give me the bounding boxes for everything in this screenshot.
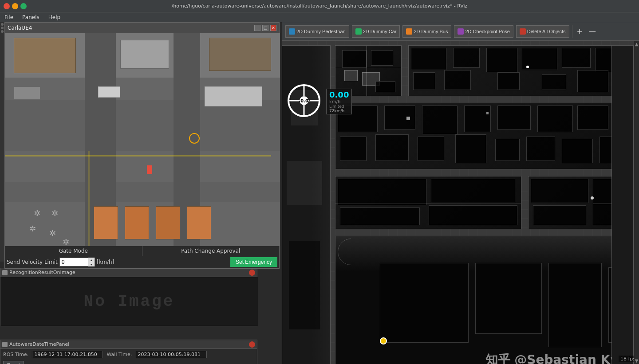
toolbar-separator [572, 25, 572, 38]
window-title: /home/hguo/carla-autoware-universe/autow… [30, 3, 609, 9]
menu-panels[interactable]: Panels [20, 13, 41, 21]
main-layout: CarlaUE4 _ □ ✕ [0, 22, 639, 364]
ros-time-value: 1969-12-31 17:00:21.850 [32, 351, 103, 358]
toolbar-dummy-bus-btn[interactable]: 2D Dummy Bus [402, 25, 451, 38]
speed-limit-value: 72km/h [329, 109, 349, 113]
speed-limited-label: Limited [329, 104, 349, 109]
right-scrollbar[interactable]: ▲ ▼ [634, 41, 639, 364]
dummy-car-icon [355, 28, 362, 35]
speed-display-box: 0.00 km/h Limited 72km/h [326, 89, 352, 114]
recognition-header: RecognitionResultOnImage [0, 268, 257, 277]
reset-button[interactable]: Reset [3, 361, 24, 364]
rviz-map[interactable]: -0.0° 0.00 km/h Limited 72km/h [282, 41, 639, 364]
window-minimize-btn[interactable] [12, 3, 18, 9]
carla-window-title: CarlaUE4 [8, 25, 32, 31]
left-sidebar [0, 22, 4, 262]
dummy-pedestrian-icon [289, 28, 295, 35]
velocity-spin-up[interactable]: ▲ [88, 258, 95, 262]
scroll-down-arrow[interactable]: ▼ [634, 357, 639, 364]
speed-unit-label: km/h [329, 99, 349, 104]
steering-wheel-svg: -0.0° [286, 83, 322, 118]
datetime-panel-icon [2, 342, 8, 347]
dummy-car-label: 2D Dummy Car [363, 29, 397, 34]
set-emergency-button[interactable]: Set Emergency [230, 257, 277, 267]
send-velocity-label: Send Velocity Limit [7, 259, 58, 265]
checkpoint-label: 2D Checkpoint Pose [465, 29, 509, 34]
recognition-panel-close[interactable] [249, 270, 255, 276]
carla-viewport[interactable]: ✲ ✲ ✲ ✲ ✲ ✲ ✲ ✲ [5, 33, 280, 246]
recognition-panel-icon [2, 270, 8, 275]
sidebar-dot [1, 23, 4, 26]
wall-time-value: 2023-03-10 00:05:19.081 [136, 351, 207, 358]
velocity-input-wrap: 0 ▲ ▼ [59, 258, 95, 266]
menu-help[interactable]: Help [47, 13, 62, 21]
datetime-panel-close[interactable] [249, 341, 255, 348]
toolbar-delete-all-btn[interactable]: Delete All Objects [516, 25, 569, 38]
toolbar-checkpoint-btn[interactable]: 2D Checkpoint Pose [454, 25, 513, 38]
map-panel-4 [335, 176, 521, 229]
datetime-panel-title: AutowareDateTimePanel [9, 341, 249, 347]
wall-time-label: Wall Time: [106, 352, 132, 357]
window-maximize-btn[interactable] [20, 3, 27, 9]
carla-title-buttons: _ □ ✕ [254, 25, 276, 31]
map-panel-6: 知乎 @Sebastian Kwok [335, 236, 639, 364]
datetime-content: ROS Time: 1969-12-31 17:00:21.850 Wall T… [0, 349, 257, 360]
recognition-panel: RecognitionResultOnImage No Image [0, 268, 257, 326]
right-panel: 2D Dummy Pedestrian 2D Dummy Car 2D Dumm… [282, 22, 639, 364]
recognition-panel-title: RecognitionResultOnImage [9, 270, 249, 275]
dummy-bus-icon [406, 28, 412, 35]
carla-titlebar: CarlaUE4 _ □ ✕ [5, 23, 279, 33]
delete-all-label: Delete All Objects [527, 29, 566, 34]
toolbar-dummy-car-btn[interactable]: 2D Dummy Car [352, 25, 400, 38]
velocity-spinner: ▲ ▼ [88, 258, 95, 266]
carla-maximize-btn[interactable]: □ [262, 25, 268, 31]
gate-path-row: Gate Mode Path Change Approval [5, 246, 279, 256]
recognition-content: No Image [0, 277, 258, 326]
carla-window: CarlaUE4 _ □ ✕ [4, 22, 280, 269]
path-change-label: Path Change Approval [142, 246, 280, 256]
no-image-text: No Image [84, 293, 175, 311]
rviz-toolbar: 2D Dummy Pedestrian 2D Dummy Car 2D Dumm… [282, 22, 639, 41]
map-panel-2 [408, 45, 639, 96]
datetime-header: AutowareDateTimePanel [0, 340, 257, 349]
gate-mode-label: Gate Mode [5, 246, 142, 256]
speed-current-value: 0.00 [329, 90, 349, 99]
target-dot [380, 337, 387, 344]
map-panel-3 [335, 103, 639, 169]
velocity-unit-label: [km/h] [97, 259, 114, 265]
delete-all-icon [520, 28, 526, 35]
scroll-up-arrow[interactable]: ▲ [634, 41, 639, 47]
carla-minimize-btn[interactable]: _ [254, 25, 260, 31]
velocity-spin-down[interactable]: ▼ [88, 262, 95, 266]
send-velocity-row: Send Velocity Limit 0 ▲ ▼ [km/h] Set Eme… [5, 256, 279, 268]
dummy-bus-label: 2D Dummy Bus [414, 29, 448, 34]
window-close-btn[interactable] [4, 3, 10, 9]
datetime-panel: AutowareDateTimePanel ROS Time: 1969-12-… [0, 340, 257, 364]
carla-close-btn[interactable]: ✕ [270, 25, 276, 31]
sidebar-dot [1, 30, 4, 33]
toolbar-dummy-pedestrian-btn[interactable]: 2D Dummy Pedestrian [285, 25, 349, 38]
dummy-pedestrian-label: 2D Dummy Pedestrian [296, 29, 346, 34]
menu-file[interactable]: File [3, 13, 15, 21]
left-panel: CarlaUE4 _ □ ✕ [0, 22, 282, 364]
toolbar-add-btn[interactable]: + [575, 27, 584, 35]
svg-text:-0.0°: -0.0° [299, 98, 311, 103]
menu-bar: File Panels Help [0, 12, 639, 22]
toolbar-options-btn[interactable]: — [587, 27, 598, 35]
title-bar: /home/hguo/carla-autoware-universe/autow… [0, 0, 639, 12]
right-edge-panel [611, 45, 634, 364]
sidebar-dot [1, 27, 4, 29]
checkpoint-icon [458, 28, 464, 35]
steering-overlay: -0.0° [286, 83, 322, 118]
velocity-input[interactable]: 0 [60, 259, 88, 265]
ros-time-label: ROS Time: [3, 352, 28, 357]
